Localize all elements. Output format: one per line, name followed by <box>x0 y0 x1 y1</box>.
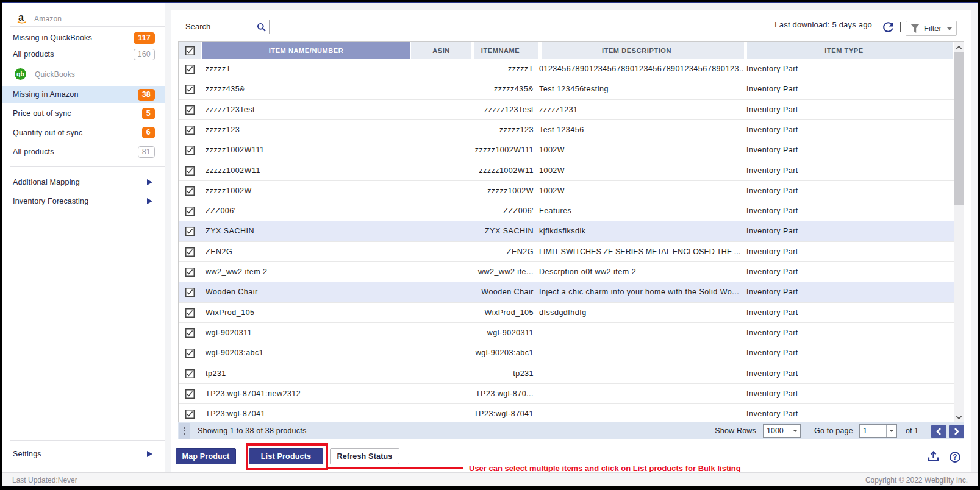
svg-text:a: a <box>18 12 24 23</box>
